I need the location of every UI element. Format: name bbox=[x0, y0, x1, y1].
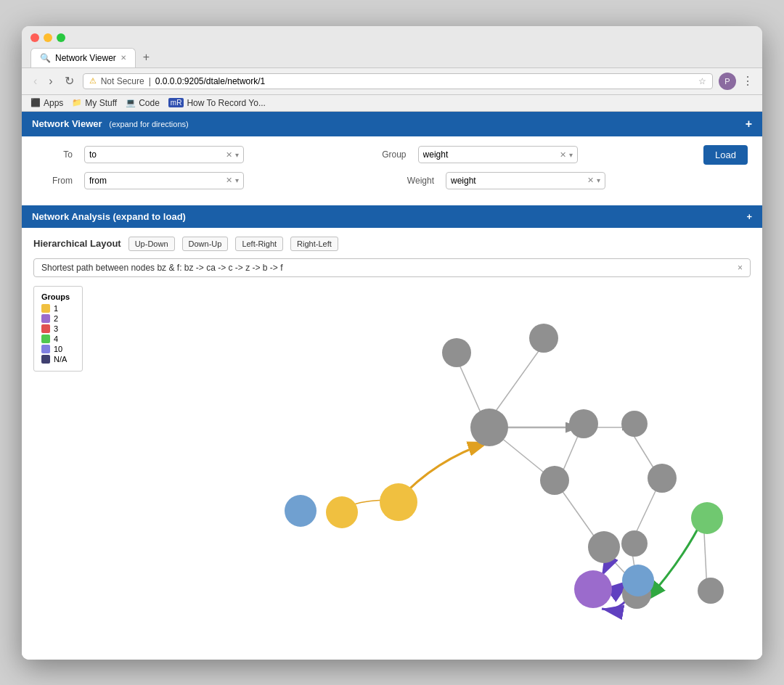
node-blue-c bbox=[285, 495, 317, 527]
bookmark-mystuff[interactable]: 📁 My Stuff bbox=[72, 98, 117, 108]
network-viewer-header: Network Viewer (expand for directions) + bbox=[22, 112, 762, 136]
to-dropdown-icon[interactable]: ▾ bbox=[235, 151, 239, 159]
legend-item-1: 1 bbox=[41, 304, 75, 313]
legend-label-1: 1 bbox=[54, 304, 58, 313]
weight-group: Weight ✕ ▾ bbox=[398, 172, 748, 189]
to-clear-icon[interactable]: ✕ bbox=[226, 150, 232, 160]
active-tab[interactable]: 🔍 Network Viewer ✕ bbox=[30, 48, 136, 67]
bookmark-apps[interactable]: ⬛ Apps bbox=[30, 98, 63, 108]
address-bar: ⚠ Not Secure | ☆ bbox=[83, 73, 713, 89]
graph-body: Groups 1 2 3 4 bbox=[33, 286, 751, 651]
browser-window: 🔍 Network Viewer ✕ + ‹ › ↻ ⚠ Not Secure … bbox=[22, 26, 762, 660]
bookmark-mystuff-label: My Stuff bbox=[85, 98, 117, 108]
node-top-right bbox=[529, 324, 558, 353]
to-input[interactable] bbox=[89, 149, 223, 160]
legend-color-1 bbox=[41, 304, 50, 313]
to-input-wrap: ✕ ▾ bbox=[84, 146, 244, 163]
legend-item-3: 3 bbox=[41, 324, 75, 333]
apps-icon: ⬛ bbox=[30, 98, 41, 107]
legend-item-4: 4 bbox=[41, 335, 75, 343]
path-text: Shortest path between nodes bz & f: bz -… bbox=[41, 263, 283, 273]
bookmark-howto[interactable]: mR How To Record Yo... bbox=[168, 98, 266, 108]
node-hub-main bbox=[470, 409, 508, 446]
code-icon: 💻 bbox=[126, 98, 136, 107]
menu-icon[interactable]: ⋮ bbox=[742, 74, 754, 88]
from-clear-icon[interactable]: ✕ bbox=[226, 176, 232, 185]
node-green-f bbox=[691, 502, 723, 534]
layout-right-left-button[interactable]: Right-Left bbox=[290, 237, 338, 251]
legend-color-4 bbox=[41, 335, 50, 343]
legend-color-2 bbox=[41, 314, 50, 323]
legend-color-na bbox=[41, 355, 50, 364]
to-label: To bbox=[36, 149, 73, 160]
weight-dropdown-icon[interactable]: ▾ bbox=[597, 176, 600, 184]
back-button[interactable]: ‹ bbox=[30, 73, 40, 89]
node-hub-right bbox=[569, 409, 598, 438]
legend-label-2: 2 bbox=[54, 314, 58, 323]
main-content: Network Viewer (expand for directions) +… bbox=[22, 112, 762, 660]
from-input-wrap: ✕ ▾ bbox=[84, 172, 244, 189]
node-yellow-bz bbox=[380, 483, 417, 521]
svg-line-5 bbox=[489, 344, 544, 420]
to-group: To ✕ ▾ bbox=[36, 146, 359, 163]
legend-item-10: 10 bbox=[41, 345, 75, 353]
weight-input-wrap: ✕ ▾ bbox=[446, 172, 605, 189]
bookmark-howto-label: How To Record Yo... bbox=[187, 98, 266, 108]
from-input[interactable] bbox=[89, 176, 223, 186]
layout-controls: Hierarchical Layout Up-Down Down-Up Left… bbox=[33, 237, 751, 251]
group-clear-icon[interactable]: ✕ bbox=[560, 150, 566, 160]
bookmark-code[interactable]: 💻 Code bbox=[126, 98, 160, 108]
layout-label: Hierarchical Layout bbox=[33, 238, 121, 249]
layout-down-up-button[interactable]: Down-Up bbox=[182, 237, 229, 251]
network-analysis-title: Network Analysis bbox=[32, 211, 110, 222]
profile-avatar[interactable]: P bbox=[719, 73, 736, 90]
layout-up-down-button[interactable]: Up-Down bbox=[128, 237, 175, 251]
weight-input[interactable] bbox=[451, 176, 584, 186]
network-analysis-subtitle: (expand to load) bbox=[113, 211, 186, 222]
network-analysis-expand-button[interactable]: + bbox=[746, 211, 752, 222]
network-viewer-header-text: Network Viewer (expand for directions) bbox=[32, 118, 189, 129]
minimize-button[interactable] bbox=[44, 33, 52, 42]
load-button[interactable]: Load bbox=[703, 145, 748, 165]
path-close-button[interactable]: × bbox=[738, 263, 743, 273]
group-input[interactable] bbox=[423, 149, 557, 160]
legend-label-4: 4 bbox=[54, 335, 58, 343]
reload-button[interactable]: ↻ bbox=[62, 73, 77, 89]
node-mid bbox=[540, 466, 569, 495]
legend-title: Groups bbox=[41, 292, 75, 301]
node-right-mid bbox=[648, 464, 677, 493]
security-warning-icon: ⚠ bbox=[89, 76, 97, 86]
forward-button[interactable]: › bbox=[46, 73, 55, 89]
url-prefix: Not Secure bbox=[101, 76, 144, 86]
layout-left-right-button[interactable]: Left-Right bbox=[235, 237, 283, 251]
group-dropdown-icon[interactable]: ▾ bbox=[569, 151, 573, 159]
bookmark-code-label: Code bbox=[139, 98, 160, 108]
from-dropdown-icon[interactable]: ▾ bbox=[235, 176, 239, 184]
network-graph-container[interactable] bbox=[83, 286, 751, 651]
form-row-to: To ✕ ▾ Group ✕ ▾ Load bbox=[36, 145, 748, 165]
from-label: From bbox=[36, 176, 73, 186]
network-viewer-title: Network Viewer bbox=[32, 118, 102, 129]
node-bottom-right bbox=[698, 578, 724, 604]
add-tab-button[interactable]: + bbox=[139, 48, 154, 67]
network-viewer-expand-button[interactable]: + bbox=[746, 118, 752, 131]
node-lower-mid bbox=[588, 531, 620, 563]
network-analysis-header: Network Analysis (expand to load) + bbox=[22, 205, 762, 228]
tab-close-button[interactable]: ✕ bbox=[121, 54, 126, 62]
group-input-wrap: ✕ ▾ bbox=[418, 146, 578, 163]
close-button[interactable] bbox=[30, 33, 39, 42]
bookmark-star-icon[interactable]: ☆ bbox=[698, 76, 706, 86]
node-purple-z bbox=[574, 570, 612, 608]
node-top-left bbox=[442, 338, 471, 367]
traffic-lights bbox=[30, 33, 754, 42]
legend-label-10: 10 bbox=[54, 345, 62, 353]
network-viewer-subtitle: (expand for directions) bbox=[109, 120, 188, 128]
legend-color-10 bbox=[41, 345, 50, 353]
weight-clear-icon[interactable]: ✕ bbox=[587, 176, 594, 185]
node-yellow-ca bbox=[326, 496, 358, 528]
node-far-right bbox=[621, 411, 648, 437]
url-input[interactable] bbox=[155, 76, 694, 86]
bookmark-apps-label: Apps bbox=[44, 98, 63, 108]
tab-title: Network Viewer bbox=[55, 53, 116, 63]
maximize-button[interactable] bbox=[57, 33, 65, 42]
